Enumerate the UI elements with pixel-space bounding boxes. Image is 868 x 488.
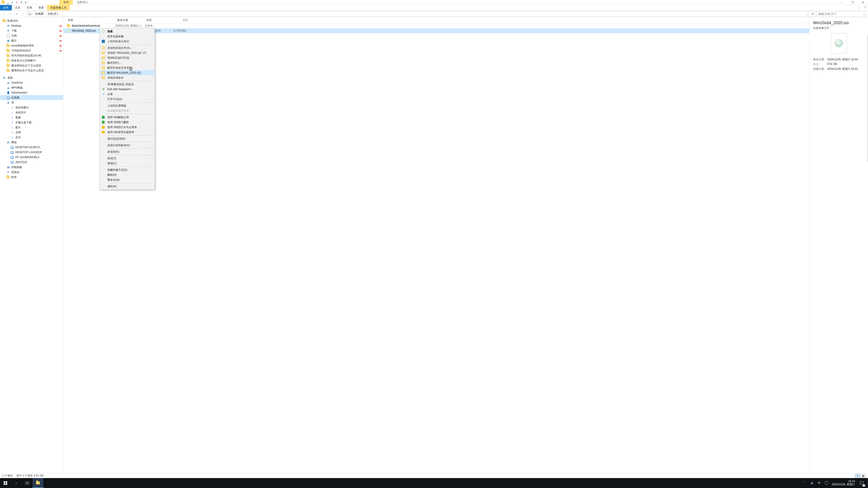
tree-item[interactable]: ZMT2019 — [0, 160, 63, 165]
ribbon-tab-disc-tools[interactable]: 光盘映像工具 — [47, 5, 70, 10]
taskbar-explorer-button[interactable] — [33, 478, 43, 488]
tree-item[interactable]: 此电脑 — [0, 95, 63, 100]
maximize-button[interactable]: ❐ — [847, 0, 858, 5]
search-box[interactable]: ⌕ — [817, 11, 867, 17]
tree-item[interactable]: ▯本机照片 — [0, 110, 63, 115]
tree-item[interactable]: ♻回收站 — [0, 170, 63, 175]
tree-item[interactable]: ▯图片 — [0, 125, 63, 130]
tree-item[interactable]: YUNQISHI2019📌 — [0, 48, 63, 53]
column-date[interactable]: 修改日期 — [115, 18, 145, 22]
qat-restore-icon[interactable]: ↺ — [20, 1, 23, 4]
tree-item[interactable]: PC-20190530OBLA — [0, 155, 63, 160]
context-menu-item[interactable]: 解压到当前文件夹(X) — [100, 65, 154, 70]
file-row[interactable]: BaiduNetdiskDownload2020/12/25, 星期五 1...… — [63, 23, 809, 28]
crumb-root-icon[interactable]: › — [27, 13, 34, 15]
show-desktop-button[interactable] — [867, 478, 868, 488]
column-name[interactable]: 名称 — [63, 18, 115, 22]
context-menu-item[interactable]: 添加到 "Win10x64_2020.zip" (T) — [100, 51, 154, 55]
context-menu-item[interactable]: 使用 360管理右键菜单 — [100, 130, 154, 135]
context-menu-item[interactable]: 刻录光盘映像 — [100, 34, 154, 39]
column-headers[interactable]: ˄ 名称 修改日期 类型 大小 — [63, 18, 809, 23]
tree-item[interactable]: ☁OneDrive — [0, 80, 63, 85]
action-center-button[interactable]: 3 — [857, 478, 867, 488]
ime-icon[interactable]: 中 — [817, 481, 821, 485]
qat-more-icon[interactable]: ▾ — [24, 1, 28, 4]
nav-recent-dropdown[interactable]: ▾ — [14, 11, 20, 17]
crumb-drive[interactable]: 文档 (E:)› — [46, 12, 61, 16]
nav-forward-button[interactable]: → — [8, 11, 13, 17]
tree-item[interactable]: 微博旁边有个耳朵什么意思 — [0, 68, 63, 73]
context-menu-item[interactable]: 删除(D) — [100, 172, 154, 177]
tree-item[interactable]: ⬇下载📌 — [0, 28, 63, 33]
context-menu-item[interactable]: 剪切(T) — [100, 156, 154, 161]
search-button[interactable]: ⌕ — [11, 478, 22, 488]
context-menu-item[interactable]: 用 蜂蜜浏览器 浏览(3) — [100, 82, 154, 87]
tree-item[interactable]: 👤Administrator — [0, 90, 63, 95]
context-menu-item[interactable]: 使用 360强力删除 — [100, 120, 154, 125]
context-menu-item[interactable]: 其他压缩命令› — [100, 75, 154, 80]
nav-back-button[interactable]: ← — [1, 11, 7, 17]
refresh-button[interactable]: ⟳ — [810, 11, 815, 17]
minimize-button[interactable]: – — [837, 0, 847, 5]
qat-delete-icon[interactable]: ✕ — [15, 1, 19, 4]
tree-item[interactable]: ☁WPS网盘 — [0, 85, 63, 90]
ribbon-tab-view[interactable]: 查看 — [35, 5, 47, 10]
defender-icon[interactable] — [825, 481, 829, 485]
context-menu-item[interactable]: 还原以前的版本(V) — [100, 143, 154, 148]
context-menu-item[interactable]: 使用 360进行木马云查杀 — [100, 125, 154, 130]
context-menu-item[interactable]: 打开方式(H)› — [100, 97, 154, 102]
context-menu-item[interactable]: ↗共享 — [100, 92, 154, 97]
tree-item[interactable]: ▯音乐 — [0, 135, 63, 140]
context-menu-item[interactable]: 上传到有道云笔记 — [100, 39, 154, 44]
tree-item[interactable]: 🖥Desktop📌 — [0, 23, 63, 28]
column-size[interactable]: 大小 — [169, 18, 190, 22]
task-view-button[interactable] — [22, 478, 33, 488]
context-menu-item[interactable]: 解压到 Win10x64_2020\ (E) — [100, 70, 154, 75]
taskbar-clock[interactable]: 14:14 2020/12/26, 星期六 — [830, 478, 857, 488]
search-input[interactable] — [818, 12, 862, 15]
tree-item[interactable]: 文档📌 — [0, 33, 63, 38]
file-row[interactable]: Win10x64_2020.iso2020/12/26, 星期六 1...光盘映… — [63, 28, 809, 33]
context-menu-item[interactable]: NEdit with Notepad++ — [100, 87, 154, 92]
address-dropdown-icon[interactable]: ⌄ — [805, 11, 810, 17]
tree-item[interactable]: ▯天翼云盘下载 — [0, 120, 63, 125]
crumb-thispc[interactable]: 此电脑› — [34, 12, 46, 16]
ribbon-tab-home[interactable]: 主页 — [12, 5, 24, 10]
tree-item[interactable]: 华为手机时间设置24小时 — [0, 53, 63, 58]
context-menu-item[interactable]: 装载 — [100, 29, 154, 34]
close-button[interactable]: ✕ — [858, 0, 868, 5]
context-menu-item[interactable]: 重命名(M) — [100, 177, 154, 182]
tree-item[interactable]: 🖧网络 — [0, 140, 63, 145]
help-icon[interactable]: ? — [862, 5, 868, 10]
tree-item[interactable]: excel表格制作求和📌 — [0, 43, 63, 48]
volume-icon[interactable]: 🔊 — [810, 481, 814, 485]
tree-item[interactable]: ▦图片📌 — [0, 38, 63, 43]
context-menu[interactable]: 装载刻录光盘映像上传到有道云笔记添加到压缩文件(A)...添加到 "Win10x… — [99, 28, 155, 190]
context-menu-item[interactable]: 用360压缩打开(Q) — [100, 55, 154, 60]
search-icon[interactable]: ⌕ — [864, 12, 865, 15]
ribbon-tab-file[interactable]: 文件 — [0, 5, 12, 10]
nav-up-button[interactable]: ↑ — [20, 11, 26, 17]
tree-item[interactable]: ▯保存的图片 — [0, 105, 63, 110]
context-menu-item[interactable]: 复制(C) — [100, 161, 154, 166]
start-button[interactable] — [0, 478, 11, 488]
tree-item[interactable]: DESKTOP-HL0PLFL — [0, 145, 63, 150]
view-icons-button[interactable]: ▦ — [860, 474, 866, 478]
ribbon-tab-share[interactable]: 共享 — [24, 5, 35, 10]
tree-item[interactable]: ▯文档 — [0, 130, 63, 135]
context-menu-item[interactable]: 创建快捷方式(S) — [100, 167, 154, 172]
tree-item[interactable]: ▣控制面板 — [0, 165, 63, 170]
tree-item[interactable]: 快速访问 — [0, 18, 63, 23]
context-menu-item[interactable]: 属性(R) — [100, 184, 154, 189]
context-menu-item[interactable]: 通过QQ发送到 — [100, 136, 154, 141]
tree-item[interactable]: ▯视频 — [0, 115, 63, 120]
tree-item[interactable]: DESKTOP-LSSOEDP — [0, 150, 63, 155]
ribbon-expand-icon[interactable]: ⌄ — [855, 5, 862, 10]
qat-save-icon[interactable]: ▁ — [6, 1, 9, 4]
tree-item[interactable]: 微信密码忘记了怎么找回 — [0, 63, 63, 68]
tree-item[interactable]: 拼多多怎么注销账号 — [0, 58, 63, 63]
scrollbar[interactable] — [867, 35, 868, 162]
context-menu-item[interactable]: 发送到(N)› — [100, 149, 154, 154]
tree-item[interactable]: 软件 — [0, 175, 63, 180]
tree-item[interactable]: ▮库 — [0, 100, 63, 105]
